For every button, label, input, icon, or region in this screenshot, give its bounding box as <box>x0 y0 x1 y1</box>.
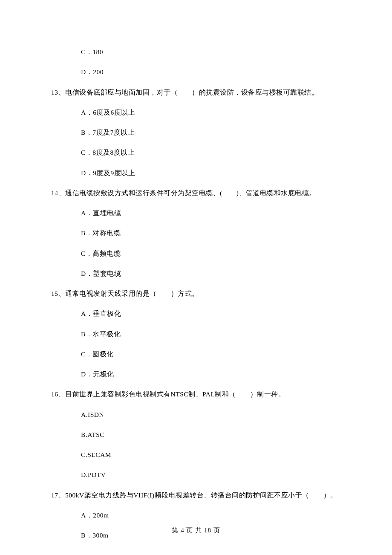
option-item: A．垂直极化 <box>51 309 341 318</box>
option-item: C.SECAM <box>51 450 341 460</box>
option-item: B.ATSC <box>51 430 341 439</box>
option-item: B．水平极化 <box>51 329 341 339</box>
option-item: A．直埋电缆 <box>51 208 341 218</box>
question-stem: 17、500kV架空电力线路与VHF(I)频段电视差转台、转播台间的防护间距不应… <box>51 490 341 500</box>
question-stem: 15、通常电视发射天线采用的是（ ）方式。 <box>51 289 341 298</box>
question-stem: 16、目前世界上兼容制彩色电视制式有NTSC制、PAL制和（ ）制一种。 <box>51 389 341 399</box>
option-item: C．180 <box>51 47 341 57</box>
option-item: A.ISDN <box>51 410 341 419</box>
option-item: D．塑套电缆 <box>51 269 341 278</box>
option-item: D．无极化 <box>51 369 341 379</box>
option-item: D．200 <box>51 67 341 77</box>
page-footer: 第 4 页 共 18 页 <box>0 526 392 535</box>
page-content: C．180 D．200 13、电信设备底部应与地面加固，对于（ ）的抗震设防，设… <box>0 0 392 540</box>
option-item: D．9度及9度以上 <box>51 168 341 178</box>
question-stem: 13、电信设备底部应与地面加固，对于（ ）的抗震设防，设备应与楼板可靠联结。 <box>51 87 341 97</box>
option-item: C．圆极化 <box>51 349 341 359</box>
option-item: C．高频电缆 <box>51 249 341 258</box>
option-item: D.PDTV <box>51 470 341 480</box>
question-stem: 14、通信电缆按敷设方式和运行条件可分为架空电缆、( )、管道电缆和水底电缆。 <box>51 188 341 198</box>
option-item: B．对称电缆 <box>51 228 341 238</box>
option-item: C．8度及8度以上 <box>51 147 341 157</box>
option-item: A．200m <box>51 510 341 520</box>
option-item: A．6度及6度以上 <box>51 107 341 117</box>
option-item: B．7度及7度以上 <box>51 127 341 137</box>
